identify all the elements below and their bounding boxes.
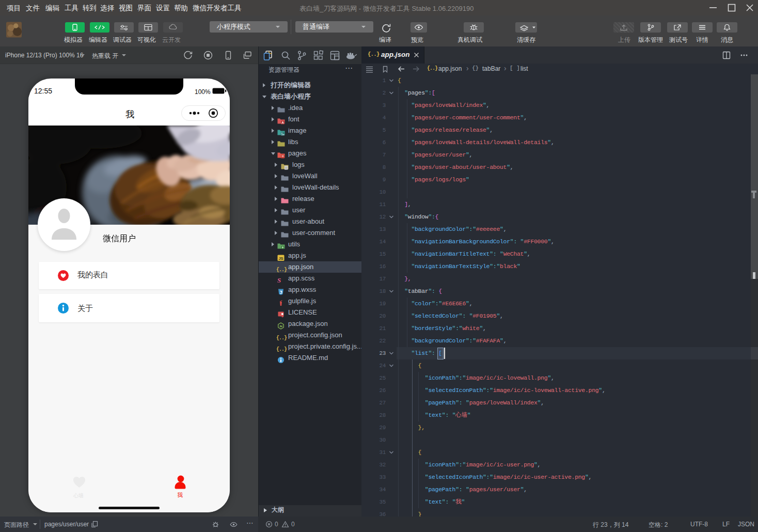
svg-text:JS: JS	[278, 256, 283, 260]
